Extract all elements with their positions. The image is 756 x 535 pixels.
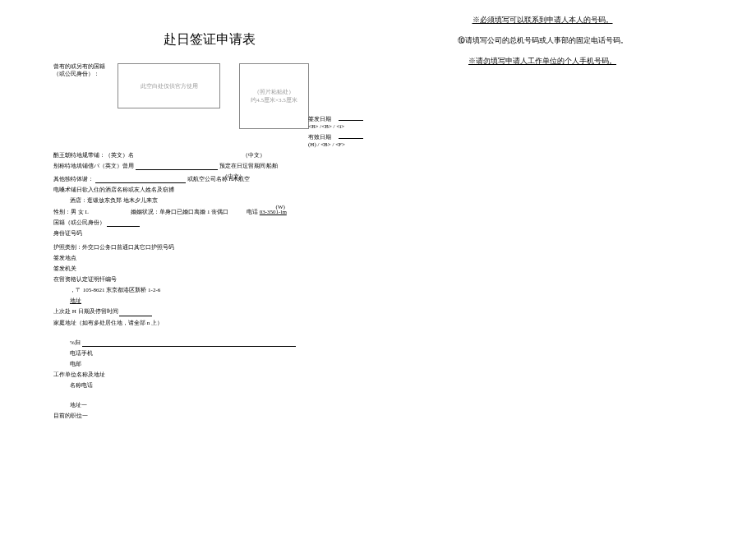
- issue-place-label: 签发地点: [53, 255, 366, 262]
- passport-type-label: 护照类别：外交口公务口普通口其它口护照号码: [53, 244, 366, 251]
- nationality-input[interactable]: [107, 219, 140, 227]
- doc-title: 赴日签证申请表: [53, 31, 366, 48]
- home-addr-label: 家庭地址（如有多处居住地，请全部 n 上）: [53, 320, 366, 327]
- photo-box: （照片粘贴处） 约4.5厘米×3.5厘米: [239, 63, 309, 129]
- issue-date-label: 签发日期: [308, 115, 337, 123]
- work-unit-label: 工作单位名称及地址: [53, 371, 366, 379]
- stay-period-note: 预定在日逗留期间 船舶: [219, 163, 279, 169]
- percent-input[interactable]: [82, 339, 296, 347]
- phone-label: 电话: [247, 209, 258, 215]
- address-text: ，〒 105-8621 东京都港区新桥 1-2-6: [70, 287, 160, 293]
- photo-size: 约4.5厘米×3.5厘米: [251, 96, 297, 104]
- name-field-label: 酷王朝特地规带铺：（英文）名: [53, 152, 134, 159]
- other-name-label: 其他独特体谢：: [53, 176, 94, 182]
- right-note-2: ⑩请填写公司的总机号码或人事部的固定电话号码。: [419, 35, 666, 46]
- id-number-label: 身份证号码: [53, 230, 366, 238]
- last-visit-input[interactable]: [119, 309, 152, 316]
- hotel-label: 电嗓术铺日欲入住的酒店名称或友人姓名及窃捕: [53, 187, 366, 194]
- position-label: 目前的职位一: [53, 413, 366, 420]
- airline-label: 或航空公司名称 H木航空: [187, 176, 251, 182]
- right-note-1: ※必须填写可以联系到申请人本人的号码。: [419, 15, 666, 25]
- phone-mobile-label: 电话手机: [70, 350, 366, 357]
- gender-label: 性别：男 女 L: [53, 209, 89, 215]
- date-format-2: (H) / <B> / <F>: [308, 141, 345, 148]
- phone-note-w: (W): [276, 204, 285, 210]
- other-name-input[interactable]: [95, 176, 186, 183]
- expiry-date-line[interactable]: [339, 138, 363, 139]
- hotel-sub-label: 酒店：逛锻放东负郑 地木夕儿来京: [70, 197, 366, 205]
- cn-note-1: （中文）: [242, 152, 265, 159]
- marital-label: 婚姻状况：单身口已婚口离婚 1 丧偶口: [131, 209, 228, 215]
- photo-label: （照片粘贴处）: [254, 88, 294, 96]
- prev-name-label: 别称特地填铺信バ（英文）曾用: [53, 163, 134, 169]
- date-format-1: <B> /<B> / <i>: [308, 123, 344, 130]
- address-label: 地址: [70, 297, 366, 305]
- cert-no-label: 在留资格认定证明忏编号: [53, 276, 366, 284]
- official-use-box: 此空白处仅供官方使用: [118, 63, 220, 108]
- email-label: 电邮: [70, 361, 366, 368]
- percent-label: %归: [70, 339, 81, 346]
- address2-label: 地址一: [70, 402, 366, 409]
- name-phone-label: 名称电话: [70, 382, 366, 390]
- prev-name-input[interactable]: [136, 163, 218, 170]
- expiry-date-label: 有效日期: [308, 133, 337, 141]
- nationality-label: 国籍（或公民身份）: [53, 219, 105, 226]
- right-note-3: ※请勿填写申请人工作单位的个人手机号码。: [419, 56, 666, 67]
- nationality-note: 曾有的或另有的国籍（或公民身份）：: [53, 63, 111, 129]
- issue-auth-label: 签发机关: [53, 265, 366, 273]
- last-visit-label: 上次赴 H 日期及停留时间: [53, 308, 118, 315]
- issue-date-line[interactable]: [339, 120, 363, 121]
